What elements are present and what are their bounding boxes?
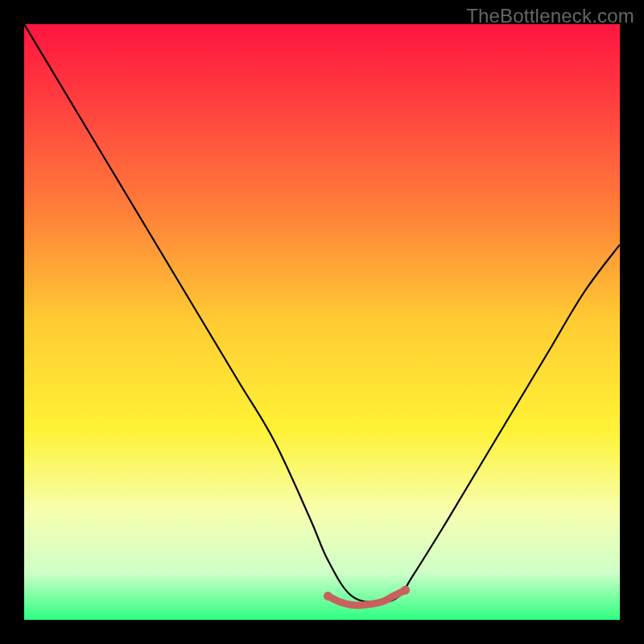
bottleneck-chart: TheBottleneck.com [0,0,644,644]
plot-svg [24,24,620,620]
valley-endpoint-right [401,586,410,595]
watermark-text: TheBottleneck.com [466,5,634,27]
gradient-background [24,24,620,620]
valley-endpoint-left [324,592,332,601]
